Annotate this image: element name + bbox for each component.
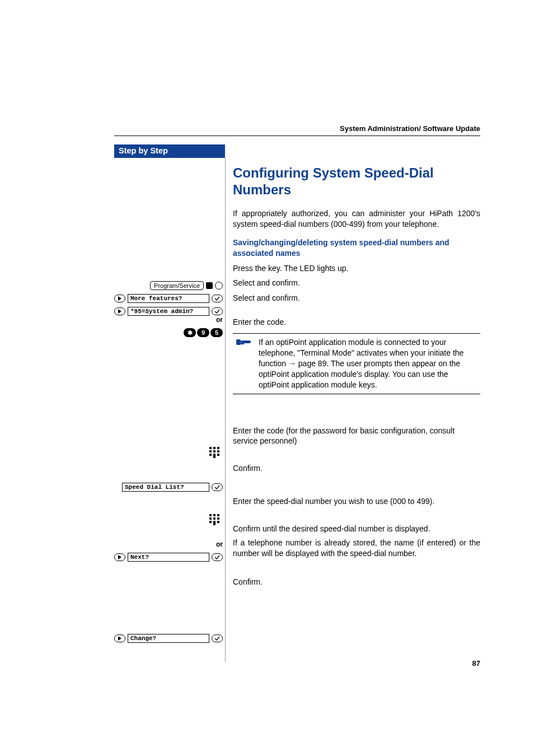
header-rule (114, 136, 480, 136)
star-key-icon: ✱ (184, 328, 196, 337)
svg-rect-9 (213, 454, 216, 458)
svg-rect-3 (213, 447, 216, 449)
svg-rect-17 (209, 521, 212, 523)
change-label: Change? (128, 634, 209, 643)
check-icon (212, 295, 223, 302)
svg-marker-21 (118, 636, 121, 641)
arrow-right-icon (114, 307, 125, 315)
svg-rect-12 (213, 514, 216, 516)
step-confirm-until: Confirm until the desired speed-dial num… (233, 524, 480, 534)
svg-rect-18 (213, 521, 216, 525)
step-confirm-1: Confirm. (233, 463, 480, 474)
svg-rect-22 (236, 339, 241, 345)
svg-rect-4 (217, 447, 219, 449)
step-enter-speed-dial: Enter the speed-dial number you wish to … (233, 496, 480, 507)
intro-paragraph: If appropriately authorized, you can adm… (233, 208, 480, 230)
check-icon (212, 634, 223, 642)
check-icon (212, 307, 223, 315)
step-select-confirm-2: Select and confirm. (233, 293, 480, 304)
next-option: Next? (114, 553, 225, 562)
running-header: System Administration/ Software Update (340, 124, 480, 133)
code-keys: ✱ 9 5 (114, 328, 225, 337)
speed-dial-list-option: Speed Dial List? (114, 483, 225, 492)
page-number: 87 (472, 659, 480, 668)
svg-rect-23 (241, 340, 251, 343)
step-by-step-banner: Step by Step (114, 144, 225, 158)
step-press-key: Press the key. The LED lights up. (233, 263, 480, 274)
svg-marker-0 (118, 296, 121, 301)
step-select-confirm-1: Select and confirm. (233, 278, 480, 288)
svg-rect-16 (217, 517, 219, 520)
arrow-right-icon (114, 295, 125, 302)
sidebar-divider (225, 158, 226, 662)
svg-rect-10 (217, 454, 219, 456)
pointing-hand-icon (236, 337, 252, 390)
check-icon (212, 553, 223, 561)
note-box: If an optiPoint application module is co… (233, 333, 480, 394)
svg-rect-14 (209, 517, 212, 520)
svg-marker-20 (118, 555, 121, 559)
check-icon (212, 483, 223, 491)
keypad-icon (114, 447, 225, 458)
note-text: If an optiPoint application module is co… (259, 337, 477, 390)
svg-rect-6 (213, 450, 216, 452)
program-service-label: Program/Service (150, 281, 204, 290)
more-features-label: More features? (128, 294, 209, 303)
system-admin-label: *95=System admin? (128, 307, 209, 316)
svg-rect-8 (209, 454, 212, 456)
system-admin-option: *95=System admin? (114, 307, 225, 316)
or-label: or (114, 540, 225, 548)
program-service-key: Program/Service (114, 281, 225, 290)
svg-marker-1 (118, 309, 121, 314)
change-option: Change? (114, 634, 225, 643)
step-already-stored: If a telephone number is already stored,… (233, 538, 480, 559)
svg-rect-13 (217, 514, 219, 516)
arrow-right-icon (114, 634, 125, 642)
or-label: or (114, 316, 225, 324)
svg-rect-11 (209, 514, 212, 516)
svg-rect-2 (209, 447, 212, 449)
step-enter-password: Enter the code (for the password for bas… (233, 426, 480, 447)
svg-rect-15 (213, 517, 216, 520)
key-square-icon (206, 282, 213, 289)
step-enter-code: Enter the code. (233, 317, 480, 328)
led-circle-icon (215, 282, 223, 290)
speed-dial-list-label: Speed Dial List? (122, 483, 209, 492)
svg-rect-24 (241, 343, 244, 344)
step-confirm-2: Confirm. (233, 577, 480, 587)
next-label: Next? (128, 553, 209, 562)
five-key-icon: 5 (210, 328, 223, 337)
svg-rect-5 (209, 450, 212, 452)
more-features-option: More features? (114, 294, 225, 303)
svg-rect-7 (217, 450, 219, 452)
subsection-heading: Saving/changing/deleting system speed-di… (233, 237, 480, 259)
keypad-icon (114, 514, 225, 525)
arrow-right-icon (114, 553, 125, 561)
section-heading: Configuring System Speed-Dial Numbers (233, 165, 480, 198)
svg-rect-19 (217, 521, 219, 523)
nine-key-icon: 9 (197, 328, 209, 337)
